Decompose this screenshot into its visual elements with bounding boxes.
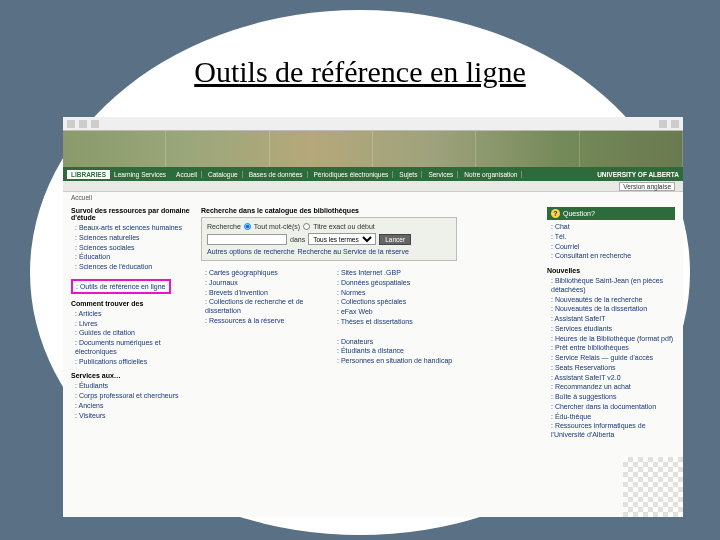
list-item[interactable]: Collections spéciales — [337, 298, 455, 307]
services-for-list: Étudiants Corps professoral et chercheur… — [71, 382, 193, 420]
nav-item[interactable]: Périodiques électroniques — [310, 171, 394, 178]
list-item[interactable]: Bibliothèque Saint-Jean (en pièces détac… — [551, 277, 675, 295]
list-item[interactable]: Collections de recherche et de dissertat… — [205, 298, 323, 316]
lang-toggle[interactable]: Version anglaise — [619, 182, 675, 191]
list-item[interactable]: Documents numériques et électroniques — [75, 339, 193, 357]
question-list: Chat Tél. Courriel Consultant en recherc… — [547, 223, 675, 261]
list-item[interactable]: Données géospatiales — [337, 279, 455, 288]
list-item[interactable]: Livres — [75, 320, 193, 329]
list-item[interactable]: Nouveautés de la recherche — [551, 296, 675, 305]
learning-services-label: Learning Services — [114, 171, 166, 178]
list-item[interactable]: Brevets d'invention — [205, 289, 323, 298]
header-banner — [63, 131, 683, 167]
question-header: Question? — [547, 207, 675, 220]
list-item[interactable]: Édu-thèque — [551, 413, 675, 422]
nav-item[interactable]: Bases de données — [245, 171, 308, 178]
radio-title[interactable] — [303, 223, 310, 230]
nav-item[interactable]: Sujets — [395, 171, 422, 178]
list-item[interactable]: Courriel — [551, 243, 675, 252]
list-item[interactable]: Chercher dans la documentation — [551, 403, 675, 412]
list-item[interactable]: Journaux — [205, 279, 323, 288]
in-label: dans — [290, 236, 305, 243]
domain-resources-title: Survol des ressources par domaine d'étud… — [71, 207, 193, 221]
language-bar: Version anglaise — [63, 181, 683, 192]
list-item[interactable]: Guides de citation — [75, 329, 193, 338]
main-nav: LIBRARIES Learning Services Accueil Cata… — [63, 167, 683, 181]
list-item[interactable]: Étudiants à distance — [337, 347, 455, 356]
nav-item[interactable]: Notre organisation — [460, 171, 522, 178]
list-item[interactable]: Beaux-arts et sciences humaines — [75, 224, 193, 233]
reserve-search-link[interactable]: Recherche au Service de la réserve — [298, 248, 409, 255]
list-item[interactable]: Recommandez un achat — [551, 383, 675, 392]
search-label: Recherche — [207, 223, 241, 230]
other-search-options-link[interactable]: Autres options de recherche — [207, 248, 295, 255]
radio-title-label: Titre exact ou début — [313, 223, 375, 230]
list-item[interactable]: Sciences sociales — [75, 244, 193, 253]
list-item[interactable]: Étudiants — [75, 382, 193, 391]
libraries-logo: LIBRARIES — [67, 170, 110, 179]
list-item[interactable]: Assistant SafeIT — [551, 315, 675, 324]
list-item[interactable]: Éducation — [75, 253, 193, 262]
list-item[interactable]: Consultant en recherche — [551, 252, 675, 261]
catalog-search-title: Recherche dans le catalogue des biblioth… — [201, 207, 539, 214]
radio-keyword[interactable] — [244, 223, 251, 230]
embedded-screenshot: LIBRARIES Learning Services Accueil Cata… — [63, 117, 683, 517]
nav-item[interactable]: Catalogue — [204, 171, 243, 178]
checker-decoration — [623, 457, 683, 517]
search-input[interactable] — [207, 234, 287, 245]
list-item[interactable]: Personnes en situation de handicap — [337, 357, 455, 366]
list-item[interactable]: Boîte à suggestions — [551, 393, 675, 402]
search-scope-select[interactable]: Tous les termes — [308, 233, 376, 245]
catalog-search-box: Recherche Tout mot-clé(s) Titre exact ou… — [201, 217, 457, 261]
list-item[interactable]: Corps professoral et chercheurs — [75, 392, 193, 401]
university-name: UNIVERSITY OF ALBERTA — [597, 171, 679, 178]
list-item[interactable]: Tél. — [551, 233, 675, 242]
list-item[interactable]: Donateurs — [337, 338, 455, 347]
news-title: Nouvelles — [547, 267, 675, 274]
nav-item[interactable]: Services — [424, 171, 458, 178]
list-item[interactable]: Service Relais — guide d'accès — [551, 354, 675, 363]
highlighted-reference-tools[interactable]: : Outils de référence en ligne — [71, 279, 171, 294]
list-item[interactable]: Assistant SafeIT v2.0 — [551, 374, 675, 383]
list-item[interactable]: Publications officielles — [75, 358, 193, 367]
list-item[interactable]: Normes — [337, 289, 455, 298]
how-to-find-title: Comment trouver des — [71, 300, 193, 307]
list-item[interactable]: Prêt entre bibliothèques — [551, 344, 675, 353]
domain-resources-list: Beaux-arts et sciences humaines Sciences… — [71, 224, 193, 272]
list-item[interactable]: Ressources informatiques de l'Université… — [551, 422, 675, 440]
services-for-title: Services aux… — [71, 372, 193, 379]
list-item[interactable]: Cartes géographiques — [205, 269, 323, 278]
breadcrumb: Accueil — [63, 192, 683, 203]
list-item[interactable]: Heures de la Bibliothèque (format pdf) — [551, 335, 675, 344]
list-item[interactable]: Thèses et dissertations — [337, 318, 455, 327]
list-item[interactable]: Ressources à la réserve — [205, 317, 323, 326]
list-item[interactable]: Anciens — [75, 402, 193, 411]
slide-title: Outils de référence en ligne — [0, 55, 720, 89]
browser-toolbar — [63, 117, 683, 131]
search-button[interactable]: Lancer — [379, 234, 411, 245]
list-item[interactable]: Visiteurs — [75, 412, 193, 421]
list-item[interactable]: eFax Web — [337, 308, 455, 317]
list-item[interactable]: Services étudiants — [551, 325, 675, 334]
list-item[interactable]: Sciences naturelles — [75, 234, 193, 243]
list-item[interactable]: Articles — [75, 310, 193, 319]
list-item[interactable]: Seats Reservations — [551, 364, 675, 373]
list-item[interactable]: Nouveautés de la dissertation — [551, 305, 675, 314]
nav-item[interactable]: Accueil — [172, 171, 202, 178]
how-to-find-list: Articles Livres Guides de citation Docum… — [71, 310, 193, 367]
list-item[interactable]: Chat — [551, 223, 675, 232]
news-list: Bibliothèque Saint-Jean (en pièces détac… — [547, 277, 675, 440]
radio-keyword-label: Tout mot-clé(s) — [254, 223, 300, 230]
list-item[interactable]: Sites Internet .GBP — [337, 269, 455, 278]
list-item[interactable]: Sciences de l'éducation — [75, 263, 193, 272]
